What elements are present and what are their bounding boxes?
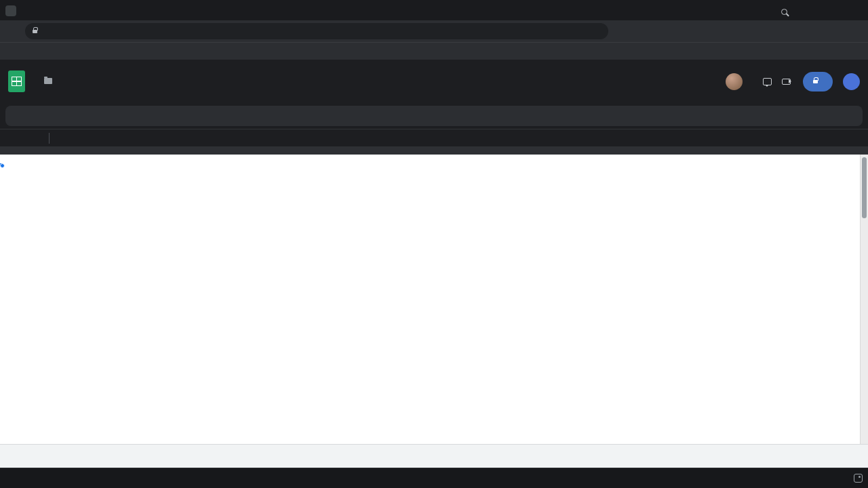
window-controls [795,0,868,20]
browser-toolbar [0,20,868,42]
column-header-strip [0,146,868,155]
lock-icon [33,30,37,33]
comment-icon[interactable] [763,78,772,85]
tab-search-icon[interactable] [781,9,789,15]
move-folder-icon[interactable] [44,78,52,84]
lock-icon [813,80,818,83]
collaborator-avatar[interactable] [726,73,743,90]
formula-bar [0,129,868,146]
window-app-icon [5,5,16,16]
notification-center-icon[interactable] [854,474,863,483]
spreadsheet-grid[interactable] [0,146,868,444]
vertical-scrollbar[interactable] [860,155,868,444]
close-button[interactable] [844,0,868,20]
sheets-toolbar-items [5,106,863,126]
scrollbar-thumb[interactable] [862,157,867,218]
minimize-button[interactable] [795,0,819,20]
maximize-button[interactable] [819,0,844,20]
sheets-logo[interactable] [8,70,25,92]
table-header-row [0,155,868,163]
bookmarks-bar [0,42,868,60]
share-button[interactable] [803,72,833,92]
account-avatar[interactable] [843,73,860,90]
address-bar[interactable] [25,23,608,39]
meet-icon[interactable] [782,79,793,85]
browser-tab-strip [0,0,868,20]
sheets-header [0,60,868,103]
windows-taskbar [0,468,868,488]
sheets-toolbar [0,103,868,129]
sheet-tab-bar [0,444,868,468]
selection-fill-handle[interactable] [0,163,5,168]
